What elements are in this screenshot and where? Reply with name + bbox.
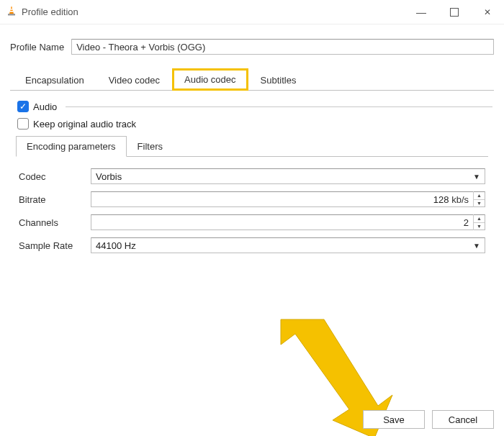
keep-original-label: Keep original audio track: [33, 119, 136, 130]
tab-encapsulation[interactable]: Encapsulation: [13, 69, 96, 91]
cancel-button[interactable]: Cancel: [432, 410, 494, 429]
samplerate-label: Sample Rate: [19, 240, 84, 251]
audio-pane: ✓ Audio Keep original audio track Encodi…: [10, 91, 494, 273]
subtab-encoding[interactable]: Encoding parameters: [16, 136, 127, 157]
profile-name-input[interactable]: [71, 39, 494, 55]
close-button[interactable]: [471, 0, 504, 24]
channels-spinner[interactable]: ▲▼: [473, 214, 485, 230]
spin-up-icon[interactable]: ▲: [474, 191, 485, 200]
encoding-form: Codec Vorbis ▼ Bitrate 128 kb/s ▲▼ Chann…: [16, 161, 488, 268]
titlebar: Profile edition —: [0, 0, 504, 24]
minimize-button[interactable]: —: [405, 0, 438, 24]
codec-select[interactable]: Vorbis ▼: [91, 168, 485, 184]
keep-original-checkbox[interactable]: [17, 118, 29, 130]
spin-up-icon[interactable]: ▲: [474, 214, 485, 223]
svg-rect-2: [10, 11, 14, 12]
tab-audio-codec[interactable]: Audio codec: [172, 68, 248, 91]
audio-checkbox[interactable]: ✓: [17, 101, 29, 112]
codec-value: Vorbis: [96, 171, 122, 182]
svg-rect-1: [9, 9, 14, 10]
audio-checkbox-label: Audio: [33, 101, 57, 112]
spin-down-icon[interactable]: ▼: [474, 223, 485, 231]
profile-name-label: Profile Name: [10, 42, 64, 53]
main-tabs: Encapsulation Video codec Audio codec Su…: [10, 68, 494, 91]
bitrate-spinner[interactable]: ▲▼: [473, 191, 485, 207]
fieldset-divider: [66, 106, 492, 107]
save-button[interactable]: Save: [363, 410, 425, 429]
svg-rect-3: [8, 14, 15, 16]
samplerate-select[interactable]: 44100 Hz ▼: [91, 237, 485, 253]
audio-subtabs: Encoding parameters Filters: [16, 135, 488, 157]
tab-subtitles[interactable]: Subtitles: [248, 69, 309, 91]
bitrate-value: 128: [433, 194, 449, 205]
maximize-button[interactable]: [438, 0, 471, 24]
window-title: Profile edition: [17, 6, 405, 17]
channels-input[interactable]: 2 ▲▼: [91, 214, 485, 230]
vlc-icon: [6, 5, 17, 19]
codec-label: Codec: [19, 171, 84, 182]
bitrate-input[interactable]: 128 kb/s ▲▼: [91, 191, 485, 207]
bitrate-unit: kb/s: [451, 194, 469, 205]
chevron-down-icon: ▼: [473, 242, 480, 250]
tab-video-codec[interactable]: Video codec: [96, 69, 172, 91]
chevron-down-icon: ▼: [473, 173, 480, 181]
subtab-filters[interactable]: Filters: [127, 136, 174, 157]
spin-down-icon[interactable]: ▼: [474, 200, 485, 208]
samplerate-value: 44100 Hz: [96, 240, 136, 251]
bitrate-label: Bitrate: [19, 194, 84, 205]
channels-value: 2: [464, 217, 473, 228]
channels-label: Channels: [19, 217, 84, 228]
